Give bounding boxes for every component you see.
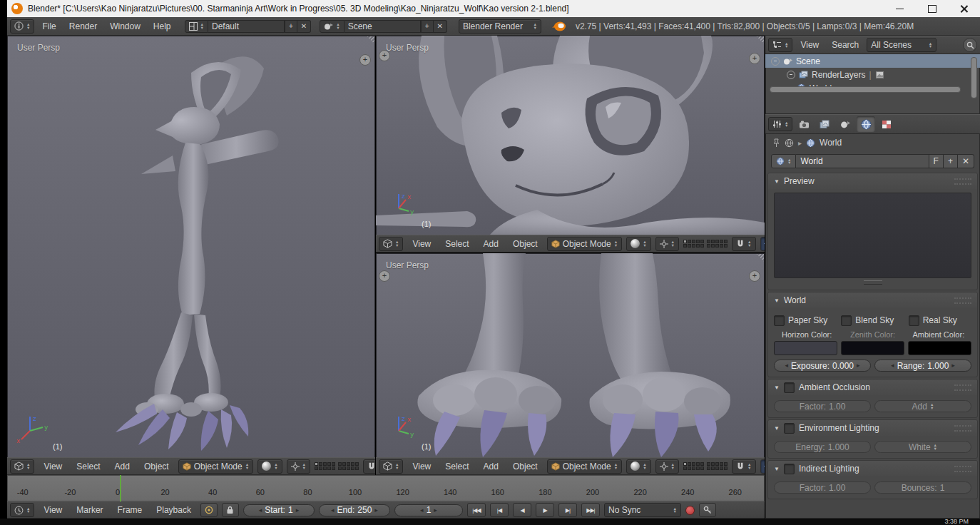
menu-select[interactable]: Select: [440, 239, 474, 249]
play-reverse-button[interactable]: ◀: [513, 503, 531, 517]
menu-select[interactable]: Select: [71, 462, 105, 472]
layer-cell[interactable]: [707, 467, 710, 470]
layer-cell[interactable]: [720, 462, 723, 466]
maximize-button[interactable]: [916, 0, 948, 17]
horizontal-scrollbar[interactable]: [770, 86, 961, 93]
snap-dropdown[interactable]: [363, 459, 375, 474]
layer-cell[interactable]: [338, 467, 342, 470]
layer-cell[interactable]: [692, 462, 695, 466]
menu-object[interactable]: Object: [139, 462, 174, 472]
menu-frame[interactable]: Frame: [113, 505, 148, 515]
layer-cell[interactable]: [683, 244, 687, 248]
slider-right-arrow-icon[interactable]: ▸: [374, 507, 378, 514]
shading-dropdown[interactable]: [626, 237, 650, 251]
environment-lighting-checkbox[interactable]: [784, 423, 795, 434]
current-frame-line[interactable]: [120, 475, 121, 501]
layer-cell[interactable]: [347, 462, 350, 466]
horizon-color-swatch[interactable]: [774, 341, 837, 355]
layer-cell[interactable]: [724, 240, 728, 243]
jump-to-start-button[interactable]: |◀◀: [467, 503, 486, 517]
expand-region-icon[interactable]: [359, 54, 371, 66]
layer-cell[interactable]: [696, 462, 700, 466]
checkbox-icon[interactable]: [841, 315, 852, 326]
menu-playback[interactable]: Playback: [151, 505, 196, 515]
expand-region-icon[interactable]: [379, 50, 390, 61]
layer-cell[interactable]: [707, 244, 710, 248]
viewport-3d-bottom-center[interactable]: User Persp z y x (1) View Select Add Obj…: [376, 253, 765, 475]
layer-cell[interactable]: [696, 467, 700, 470]
layer-cell[interactable]: [688, 467, 691, 470]
editor-type-button-3dview[interactable]: [10, 459, 34, 474]
minimize-button[interactable]: [884, 0, 916, 17]
layer-cell[interactable]: [724, 462, 728, 466]
indirect-lighting-checkbox[interactable]: [784, 464, 795, 474]
shading-dropdown[interactable]: [626, 459, 650, 474]
slider-left-arrow-icon[interactable]: ◂: [891, 362, 894, 369]
outliner-row-renderlayers[interactable]: RenderLayers |: [765, 68, 980, 81]
layer-cell[interactable]: [715, 462, 719, 466]
panel-grip-icon[interactable]: [954, 466, 971, 472]
layer-cell[interactable]: [696, 244, 700, 248]
menu-help[interactable]: Help: [148, 21, 176, 31]
checkbox-icon[interactable]: [909, 315, 919, 326]
layer-cell[interactable]: [692, 467, 695, 470]
tab-render-layers[interactable]: [815, 116, 834, 132]
layer-cell[interactable]: [700, 467, 704, 470]
snap-dropdown[interactable]: [732, 459, 755, 474]
layer-cell[interactable]: [715, 467, 719, 470]
layer-cell[interactable]: [700, 462, 704, 466]
add-scene-button[interactable]: +: [421, 20, 434, 33]
close-button[interactable]: [948, 0, 980, 17]
layer-cell[interactable]: [711, 462, 715, 466]
mode-dropdown[interactable]: Object Mode: [178, 459, 254, 474]
checkbox-icon[interactable]: [774, 315, 785, 326]
vertical-scrollbar[interactable]: [971, 57, 977, 98]
layer-cell[interactable]: [683, 462, 687, 466]
panel-environment-lighting-header[interactable]: Environment Lighting: [768, 420, 977, 436]
layer-cell[interactable]: [342, 467, 346, 470]
menu-window[interactable]: Window: [105, 21, 146, 31]
menu-object[interactable]: Object: [508, 239, 543, 249]
scene-browse-button[interactable]: [320, 20, 344, 33]
screen-layout-name[interactable]: Default: [208, 20, 285, 33]
world-icon[interactable]: [785, 138, 794, 148]
editor-type-button-properties[interactable]: [768, 117, 792, 131]
slider-left-arrow-icon[interactable]: ◂: [331, 507, 335, 514]
layer-cell[interactable]: [707, 462, 710, 466]
layer-cell[interactable]: [707, 240, 710, 243]
ambient-color-swatch[interactable]: [908, 341, 971, 355]
menu-file[interactable]: File: [37, 21, 61, 31]
sync-dropdown[interactable]: No Sync: [604, 503, 681, 517]
preview-resize-handle[interactable]: [864, 280, 882, 285]
delete-layout-button[interactable]: ✕: [297, 20, 311, 33]
panel-grip-icon[interactable]: [954, 384, 971, 391]
layer-cell[interactable]: [692, 244, 695, 248]
editor-type-button-3dview[interactable]: [379, 459, 403, 474]
range-slider[interactable]: ◂ Range: 1.000 ▸: [874, 360, 971, 372]
menu-render[interactable]: Render: [64, 21, 102, 31]
mode-dropdown[interactable]: Object Mode: [547, 459, 623, 474]
layer-cell[interactable]: [720, 240, 723, 243]
layer-cell[interactable]: [342, 462, 346, 466]
menu-view[interactable]: View: [407, 462, 436, 472]
screen-layout-browse-button[interactable]: [185, 20, 208, 33]
layer-cell[interactable]: [688, 240, 691, 243]
use-preview-range-button[interactable]: [200, 503, 218, 517]
world-name-field[interactable]: World: [796, 154, 929, 168]
layer-cell[interactable]: [715, 240, 719, 243]
layer-cell[interactable]: [351, 467, 354, 470]
layer-cell[interactable]: [720, 467, 723, 470]
delete-scene-button[interactable]: ✕: [434, 20, 447, 33]
layer-cell[interactable]: [347, 467, 350, 470]
indirect-bounces-slider[interactable]: Bounces: 1: [874, 481, 971, 494]
collapse-icon[interactable]: [787, 71, 795, 79]
slider-right-arrow-icon[interactable]: ▸: [296, 507, 300, 514]
menu-object[interactable]: Object: [508, 462, 543, 472]
layer-cell[interactable]: [332, 467, 335, 470]
editor-type-button-3dview[interactable]: [379, 237, 403, 251]
menu-add[interactable]: Add: [479, 239, 504, 249]
shading-dropdown[interactable]: [257, 459, 282, 474]
exposure-slider[interactable]: ◂ Exposure: 0.000 ▸: [774, 360, 871, 372]
tab-world[interactable]: [857, 116, 875, 132]
expand-region-icon[interactable]: [749, 270, 760, 282]
